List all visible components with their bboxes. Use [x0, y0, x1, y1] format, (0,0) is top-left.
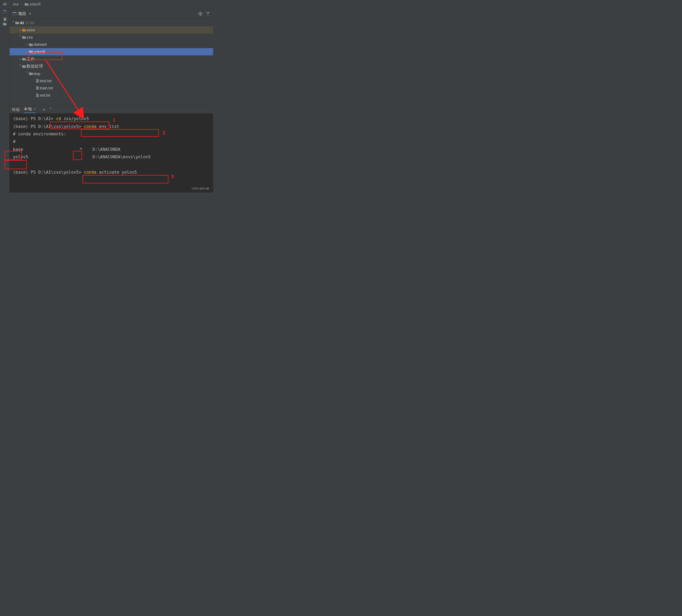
tree-label: tmp [34, 71, 41, 76]
close-icon[interactable]: × [33, 106, 36, 111]
crumb-root[interactable]: AI [3, 2, 7, 6]
tree-node-file[interactable]: test.txt [10, 77, 213, 84]
tree-node-zxs[interactable]: ˅ zxs [10, 34, 213, 41]
tree-node-file[interactable]: train.txt [10, 85, 213, 92]
svg-rect-16 [37, 96, 38, 96]
svg-rect-13 [37, 89, 38, 89]
svg-rect-3 [13, 12, 16, 13]
breadcrumb: AI 〉 zxs 〉 yolov5 [0, 0, 213, 9]
chevron-right-icon[interactable]: › [18, 57, 22, 61]
tree-node-dataproc[interactable]: ˅ 数据处理 [10, 63, 213, 70]
folder-icon [22, 36, 26, 39]
tree-node-file[interactable]: val.txt [10, 92, 213, 99]
tree-node-root[interactable]: ˅ AI D:\AI [10, 19, 213, 26]
folder-icon [29, 43, 33, 46]
project-tree[interactable]: ˅ AI D:\AI › venv ˅ zxs › dataset › [10, 19, 213, 106]
tree-path: D:\AI [25, 20, 34, 25]
tree-label: zxs [27, 35, 33, 39]
chevron-down-icon[interactable]: ˅ [49, 107, 51, 112]
svg-rect-14 [37, 95, 38, 95]
terminal-line: # [13, 138, 210, 145]
folder-icon [29, 72, 33, 75]
annotation-number: 3 [171, 173, 174, 179]
crumb-yolov5[interactable]: yolov5 [30, 2, 41, 6]
tree-node-venv[interactable]: › venv [10, 26, 213, 33]
terminal-line: base* D:\ANACONDA [13, 146, 210, 153]
chevron-down-icon[interactable]: ˅ [18, 64, 22, 69]
svg-rect-0 [3, 10, 6, 13]
collapse-all-icon[interactable] [206, 12, 210, 16]
annotation-number: 1 [113, 117, 115, 123]
chevron-right-icon[interactable]: › [25, 42, 29, 47]
folder-icon[interactable] [3, 22, 6, 26]
chevron-down-icon[interactable]: ˅ [18, 35, 22, 39]
svg-rect-10 [37, 82, 38, 82]
target-icon[interactable] [198, 12, 202, 16]
svg-rect-8 [37, 80, 38, 80]
tree-label: val.txt [40, 93, 50, 98]
folder-icon [22, 58, 26, 61]
chevron-right-icon: 〉 [8, 1, 12, 6]
file-icon [36, 86, 39, 90]
terminal-title: 终端: [12, 107, 21, 112]
project-view-icon[interactable] [3, 10, 6, 13]
dropdown-icon[interactable]: ▾ [29, 11, 31, 16]
terminal-header: 终端: 本地 × + ˅ [10, 106, 213, 113]
highlight-box [83, 175, 168, 184]
svg-rect-1 [3, 11, 6, 11]
chevron-right-icon: 〉 [20, 1, 24, 6]
svg-rect-9 [37, 81, 38, 81]
watermark: CSDN @AI小杨 [192, 187, 209, 190]
chevron-right-icon[interactable]: › [18, 28, 22, 32]
svg-rect-12 [37, 88, 38, 88]
svg-rect-15 [37, 95, 38, 96]
tree-label: test.txt [40, 78, 51, 83]
highlight-box [50, 121, 109, 129]
highlight-box [81, 129, 159, 137]
highlight-box [73, 151, 82, 160]
crumb-zxs[interactable]: zxs [13, 2, 18, 6]
panel-title: 项目 [18, 11, 27, 17]
file-icon [36, 93, 39, 97]
chevron-down-icon[interactable]: ˅ [11, 20, 15, 25]
project-panel-header: 项目 ▾ [10, 9, 213, 19]
highlight-box [4, 160, 27, 169]
terminal-tab-local[interactable]: 本地 × [24, 106, 35, 113]
tree-label: train.txt [40, 86, 53, 90]
terminal-line: (base) PS D:\AI> cd zxs/yolov5 [13, 115, 210, 122]
highlight-box [28, 52, 62, 60]
annotation-number: 2 [163, 130, 165, 136]
tree-label: AI [20, 20, 24, 25]
folder-icon [25, 3, 28, 6]
terminal-line: yolov5 D:\ANACONDA\envs\yolov5 [13, 153, 210, 161]
folder-icon [22, 65, 26, 68]
file-icon [36, 79, 39, 83]
tree-label: 数据处理 [27, 63, 43, 69]
gutter-project-label[interactable]: 项目 [3, 15, 7, 17]
tree-label: venv [27, 28, 35, 32]
folder-icon [15, 21, 19, 24]
folder-icon [22, 28, 26, 31]
chevron-down-icon[interactable]: ˅ [25, 71, 29, 76]
new-terminal-button[interactable]: + [43, 107, 45, 113]
svg-rect-11 [37, 87, 38, 88]
panel-icon [13, 12, 16, 15]
highlight-box [4, 151, 21, 160]
terminal-line [13, 161, 210, 168]
tree-node-dataset[interactable]: › dataset [10, 41, 213, 48]
tree-label: dataset [34, 42, 47, 47]
tree-node-tmp[interactable]: ˅ tmp [10, 70, 213, 77]
